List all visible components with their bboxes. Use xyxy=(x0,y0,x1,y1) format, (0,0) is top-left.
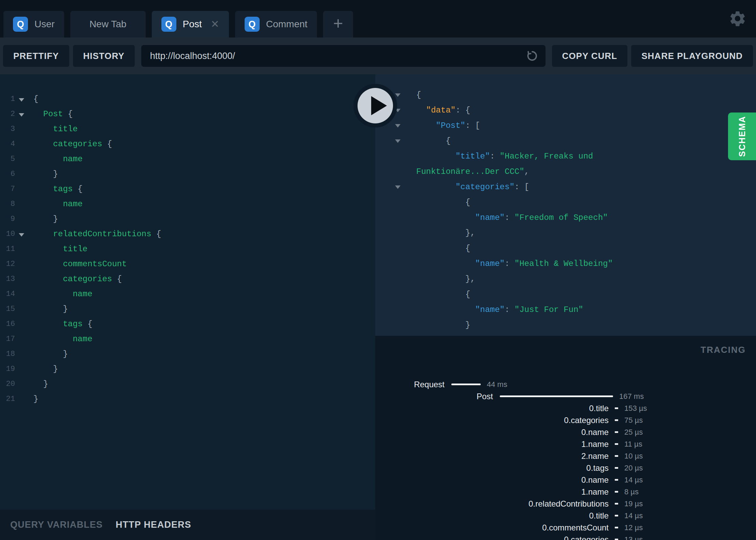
editor-line[interactable]: 13 categories { xyxy=(0,271,375,286)
reload-icon[interactable] xyxy=(525,49,539,63)
trace-bar xyxy=(500,395,613,397)
trace-duration: 25 µs xyxy=(624,428,643,437)
close-tab-icon[interactable]: ✕ xyxy=(211,19,219,29)
play-triangle-icon xyxy=(353,124,397,129)
tracing-title: TRACING xyxy=(701,345,746,355)
code-text: categories { xyxy=(33,139,112,149)
trace-row: Request44 ms xyxy=(375,378,756,390)
fold-arrow-icon[interactable] xyxy=(19,98,24,102)
execute-button[interactable] xyxy=(353,84,397,128)
http-headers-tab[interactable]: HTTP HEADERS xyxy=(116,520,191,530)
trace-label: 0.categories xyxy=(375,416,609,425)
code-text: { xyxy=(33,94,38,104)
editor-line[interactable]: 1{ xyxy=(0,91,375,106)
query-variables-tab[interactable]: QUERY VARIABLES xyxy=(10,520,103,530)
query-badge-icon: Q xyxy=(161,17,176,32)
editor-line[interactable]: 19 } xyxy=(0,361,375,376)
line-number: 19 xyxy=(0,365,15,373)
new-tab-button[interactable]: + xyxy=(323,11,353,38)
trace-label: 0.title xyxy=(375,404,609,413)
trace-duration: 75 µs xyxy=(624,416,643,425)
trace-label: Request xyxy=(375,380,445,389)
fold-slot xyxy=(15,278,28,280)
toolbar: PRETTIFY HISTORY COPY CURL SHARE PLAYGRO… xyxy=(0,38,756,74)
editor-line[interactable]: 8 name xyxy=(0,196,375,211)
fold-slot xyxy=(15,143,28,145)
response-line: { xyxy=(375,287,756,302)
settings-gear-icon[interactable] xyxy=(729,10,746,28)
tab-post[interactable]: QPost✕ xyxy=(152,11,229,38)
fold-arrow-icon[interactable] xyxy=(19,233,24,237)
response-line: }, xyxy=(375,225,756,241)
trace-dash xyxy=(615,527,618,528)
line-number: 20 xyxy=(0,380,15,388)
trace-duration: 20 µs xyxy=(624,464,643,472)
trace-dash xyxy=(615,479,618,481)
editor-line[interactable]: 12 commentsCount xyxy=(0,256,375,271)
prettify-button[interactable]: PRETTIFY xyxy=(3,45,69,67)
response-line: "categories": [ xyxy=(375,179,756,195)
share-playground-button[interactable]: SHARE PLAYGROUND xyxy=(631,45,753,67)
line-number: 18 xyxy=(0,350,15,358)
fold-slot xyxy=(15,353,28,355)
trace-duration: 11 µs xyxy=(624,440,642,449)
editor-line[interactable]: 10 relatedContributions { xyxy=(0,226,375,241)
trace-dash xyxy=(615,431,618,433)
editor-line[interactable]: 3 title xyxy=(0,121,375,136)
code-text: relatedContributions { xyxy=(33,229,161,239)
code-text: tags { xyxy=(33,319,92,329)
code-text: name xyxy=(33,289,92,299)
editor-line[interactable]: 16 tags { xyxy=(0,316,375,331)
editor-line[interactable]: 18 } xyxy=(0,346,375,361)
trace-duration: 167 ms xyxy=(619,392,644,401)
tab-new-tab[interactable]: New Tab xyxy=(70,11,145,38)
trace-label: 0.name xyxy=(375,475,609,485)
schema-tab[interactable]: SCHEMA xyxy=(728,112,756,160)
editor-line[interactable]: 21} xyxy=(0,391,375,406)
line-number: 15 xyxy=(0,305,15,313)
response-line: "Post": [ xyxy=(375,118,756,133)
fold-slot xyxy=(15,293,28,295)
code-text: title xyxy=(33,124,78,134)
line-number: 5 xyxy=(0,155,15,163)
query-editor[interactable]: 1{2 Post {3 title4 categories {5 name6 }… xyxy=(0,74,375,510)
editor-line[interactable]: 6 } xyxy=(0,166,375,181)
collapse-arrow-icon[interactable] xyxy=(395,139,401,143)
response-line: } xyxy=(375,317,756,333)
trace-duration: 13 µs xyxy=(624,535,643,540)
fold-slot xyxy=(15,231,28,237)
tab-comment[interactable]: QComment xyxy=(235,11,317,38)
fold-slot xyxy=(15,173,28,175)
main-panes: 1{2 Post {3 title4 categories {5 name6 }… xyxy=(0,74,756,540)
fold-arrow-icon[interactable] xyxy=(19,113,24,117)
copy-curl-button[interactable]: COPY CURL xyxy=(552,45,628,67)
collapse-arrow-icon[interactable] xyxy=(395,185,401,189)
editor-line[interactable]: 15 } xyxy=(0,301,375,316)
trace-label: 0.commentsCount xyxy=(375,523,609,532)
editor-line[interactable]: 7 tags { xyxy=(0,181,375,196)
trace-label: 1.name xyxy=(375,487,609,497)
editor-line[interactable]: 17 name xyxy=(0,331,375,346)
editor-line[interactable]: 2 Post { xyxy=(0,106,375,121)
editor-line[interactable]: 14 name xyxy=(0,286,375,301)
tab-label: User xyxy=(34,19,55,30)
trace-dash xyxy=(615,407,618,409)
trace-row: 0.relatedContributions19 µs xyxy=(375,498,756,510)
trace-duration: 153 µs xyxy=(624,404,647,413)
editor-line[interactable]: 20 } xyxy=(0,376,375,391)
fold-slot xyxy=(15,248,28,250)
trace-bar xyxy=(451,384,481,385)
line-number: 21 xyxy=(0,395,15,403)
editor-line[interactable]: 9 } xyxy=(0,211,375,226)
trace-dash xyxy=(615,443,618,445)
editor-line[interactable]: 4 categories { xyxy=(0,136,375,151)
trace-dash xyxy=(615,455,618,457)
editor-line[interactable]: 11 title xyxy=(0,241,375,256)
response-line: { xyxy=(375,195,756,210)
history-button[interactable]: HISTORY xyxy=(73,45,135,67)
editor-line[interactable]: 5 name xyxy=(0,151,375,166)
trace-row: 0.title153 µs xyxy=(375,402,756,414)
trace-row: 0.name14 µs xyxy=(375,474,756,486)
tab-user[interactable]: QUser xyxy=(3,11,64,38)
endpoint-input[interactable] xyxy=(149,50,525,62)
